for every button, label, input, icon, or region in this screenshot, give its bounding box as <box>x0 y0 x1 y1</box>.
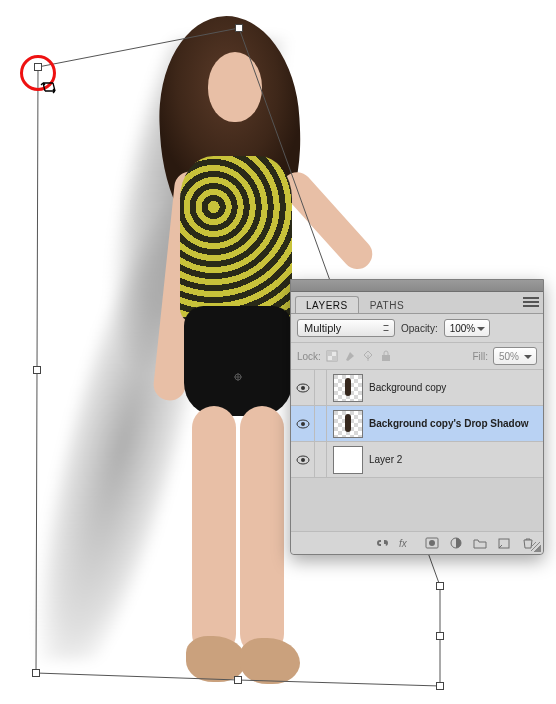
layers-panel[interactable]: LAYERS PATHS Multiply Opacity: 100% Lock… <box>290 279 544 555</box>
tab-layers[interactable]: LAYERS <box>295 296 359 313</box>
transform-handle-tr[interactable] <box>436 582 444 590</box>
layer-row-layer-2[interactable]: Layer 2 <box>291 442 543 478</box>
layer-name[interactable]: Background copy's Drop Shadow <box>369 418 543 429</box>
fill-label: Fill: <box>472 351 488 362</box>
opacity-field[interactable]: 100% <box>444 319 491 337</box>
layer-options-row: Multiply Opacity: 100% <box>291 314 543 343</box>
add-mask-icon[interactable] <box>425 537 439 549</box>
layer-link-column <box>315 370 327 405</box>
layer-thumbnail[interactable] <box>333 446 363 474</box>
fill-field[interactable]: 50% <box>493 347 537 365</box>
layers-list: Background copyBackground copy's Drop Sh… <box>291 370 543 478</box>
layer-name[interactable]: Layer 2 <box>369 454 543 465</box>
transform-handle-tl[interactable] <box>34 63 42 71</box>
svg-rect-6 <box>382 355 390 361</box>
transform-handle-ml[interactable] <box>33 366 41 374</box>
opacity-label: Opacity: <box>401 323 438 334</box>
lock-transparent-icon[interactable] <box>326 350 338 362</box>
lock-all-icon[interactable] <box>380 350 392 362</box>
layer-name[interactable]: Background copy <box>369 382 543 393</box>
panel-tabs: LAYERS PATHS <box>291 292 543 314</box>
lock-row: Lock: Fill: 50% <box>291 343 543 370</box>
transform-handle-br[interactable] <box>436 682 444 690</box>
layer-row-bg-copy-shadow[interactable]: Background copy's Drop Shadow <box>291 406 543 442</box>
layer-row-bg-copy[interactable]: Background copy <box>291 370 543 406</box>
svg-rect-5 <box>332 356 337 361</box>
red-circle-annotation <box>20 55 56 91</box>
transform-handle-mr[interactable] <box>436 632 444 640</box>
blend-mode-select[interactable]: Multiply <box>297 319 395 337</box>
layer-thumbnail[interactable] <box>333 410 363 438</box>
layers-empty-area[interactable] <box>291 478 543 532</box>
layer-link-column <box>315 406 327 441</box>
layer-visibility-toggle[interactable] <box>291 370 315 405</box>
svg-point-12 <box>301 458 305 462</box>
svg-point-8 <box>301 386 305 390</box>
panel-menu-button[interactable] <box>523 295 539 309</box>
svg-text:fx: fx <box>399 538 408 549</box>
lock-icons[interactable] <box>326 350 392 362</box>
transform-handle-bl[interactable] <box>32 669 40 677</box>
layer-link-column <box>315 442 327 477</box>
transform-handle-bm[interactable] <box>234 676 242 684</box>
panel-titlebar[interactable] <box>291 280 543 292</box>
panel-resize-grip[interactable] <box>531 542 541 552</box>
lock-position-icon[interactable] <box>362 350 374 362</box>
svg-rect-4 <box>327 351 332 356</box>
link-layers-icon[interactable] <box>375 537 389 549</box>
lock-pixels-icon[interactable] <box>344 350 356 362</box>
transform-handle-tm[interactable] <box>235 24 243 32</box>
panel-footer: fx <box>291 532 543 554</box>
svg-point-15 <box>429 540 435 546</box>
tab-paths[interactable]: PATHS <box>359 296 415 313</box>
svg-point-10 <box>301 422 305 426</box>
new-layer-icon[interactable] <box>497 537 511 549</box>
layer-fx-icon[interactable]: fx <box>399 537 415 549</box>
layer-thumbnail[interactable] <box>333 374 363 402</box>
layer-visibility-toggle[interactable] <box>291 406 315 441</box>
adjustment-layer-icon[interactable] <box>449 537 463 549</box>
layer-group-icon[interactable] <box>473 537 487 549</box>
lock-label: Lock: <box>297 351 321 362</box>
layer-visibility-toggle[interactable] <box>291 442 315 477</box>
